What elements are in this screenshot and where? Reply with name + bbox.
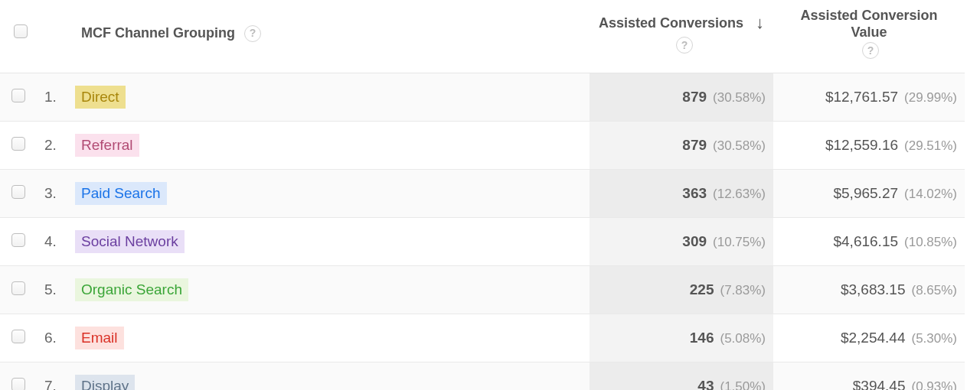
- assisted-conversion-value: $394.45: [853, 378, 906, 390]
- row-checkbox[interactable]: [11, 330, 25, 343]
- row-checkbox[interactable]: [11, 89, 25, 102]
- column-header-assisted-conversions[interactable]: Assisted Conversions: [599, 15, 743, 32]
- assisted-conversions-value: 879: [682, 89, 707, 105]
- assisted-conversions-pct: (7.83%): [720, 283, 766, 297]
- row-index: 7.: [44, 378, 57, 390]
- select-all-checkbox[interactable]: [14, 24, 28, 38]
- sort-arrow-down-icon[interactable]: ↓: [756, 13, 764, 33]
- table-row: 5.Organic Search225(7.83%)$3,683.15(8.65…: [0, 266, 965, 314]
- assisted-conversion-value-pct: (5.30%): [911, 331, 957, 346]
- row-checkbox[interactable]: [11, 281, 25, 295]
- help-icon[interactable]: ?: [244, 25, 261, 42]
- assisted-conversions-value: 43: [697, 378, 714, 390]
- row-checkbox[interactable]: [11, 378, 25, 390]
- assisted-conversions-value: 879: [682, 137, 707, 153]
- row-index: 2.: [44, 137, 57, 153]
- column-header-assisted-conversion-value[interactable]: Assisted Conversion Value: [800, 8, 937, 41]
- assisted-conversions-value: 146: [690, 330, 714, 346]
- channel-tag[interactable]: Display: [75, 375, 135, 390]
- assisted-conversion-value: $5,965.27: [833, 185, 898, 201]
- assisted-conversions-value: 309: [682, 233, 707, 249]
- table-row: 1.Direct879(30.58%)$12,761.57(29.99%): [0, 73, 965, 122]
- help-icon[interactable]: ?: [676, 37, 693, 54]
- assisted-conversion-value-pct: (29.51%): [904, 138, 957, 153]
- channel-tag[interactable]: Social Network: [75, 230, 185, 253]
- assisted-conversions-pct: (12.63%): [713, 187, 766, 201]
- table-row: 3.Paid Search363(12.63%)$5,965.27(14.02%…: [0, 170, 965, 218]
- assisted-conversion-value: $3,683.15: [841, 281, 906, 297]
- row-index: 5.: [44, 281, 57, 297]
- assisted-conversion-value: $12,761.57: [825, 89, 898, 105]
- assisted-conversion-value: $2,254.44: [841, 330, 906, 346]
- assisted-conversion-value-pct: (10.85%): [904, 235, 957, 249]
- assisted-conversions-pct: (30.58%): [713, 138, 766, 153]
- assisted-conversion-value: $12,559.16: [825, 137, 898, 153]
- assisted-conversion-value-pct: (14.02%): [904, 187, 957, 201]
- channel-tag[interactable]: Organic Search: [75, 278, 188, 301]
- help-icon[interactable]: ?: [862, 42, 879, 59]
- assisted-conversions-value: 363: [682, 185, 707, 201]
- row-index: 4.: [44, 233, 57, 249]
- assisted-conversions-pct: (5.08%): [720, 331, 766, 346]
- assisted-conversions-value: 225: [690, 281, 714, 297]
- assisted-conversion-value: $4,616.15: [833, 233, 898, 249]
- mcf-channel-table: MCF Channel Grouping ? Assisted Conversi…: [0, 0, 965, 390]
- channel-tag[interactable]: Direct: [75, 86, 126, 109]
- row-index: 3.: [44, 185, 57, 201]
- channel-tag[interactable]: Paid Search: [75, 182, 167, 205]
- assisted-conversions-pct: (10.75%): [713, 235, 766, 249]
- assisted-conversion-value-pct: (8.65%): [911, 283, 957, 297]
- table-header-row: MCF Channel Grouping ? Assisted Conversi…: [0, 0, 965, 73]
- assisted-conversion-value-pct: (29.99%): [904, 90, 957, 105]
- row-checkbox[interactable]: [11, 137, 25, 151]
- row-checkbox[interactable]: [11, 185, 25, 199]
- table-row: 6.Email146(5.08%)$2,254.44(5.30%): [0, 314, 965, 362]
- table-row: 2.Referral879(30.58%)$12,559.16(29.51%): [0, 122, 965, 170]
- assisted-conversions-pct: (30.58%): [713, 90, 766, 105]
- assisted-conversion-value-pct: (0.93%): [911, 379, 957, 390]
- row-index: 6.: [44, 330, 57, 346]
- table-row: 4.Social Network309(10.75%)$4,616.15(10.…: [0, 218, 965, 266]
- row-checkbox[interactable]: [11, 233, 25, 247]
- channel-tag[interactable]: Referral: [75, 134, 139, 157]
- assisted-conversions-pct: (1.50%): [720, 379, 766, 390]
- column-header-channel[interactable]: MCF Channel Grouping: [81, 25, 235, 42]
- channel-tag[interactable]: Email: [75, 327, 124, 349]
- table-row: 7.Display43(1.50%)$394.45(0.93%): [0, 362, 965, 390]
- row-index: 1.: [44, 89, 57, 105]
